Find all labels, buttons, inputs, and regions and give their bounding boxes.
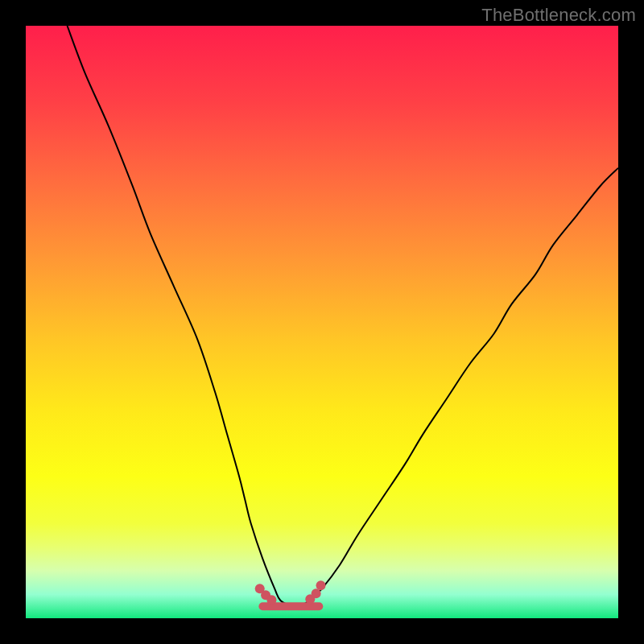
chart-frame: TheBottleneck.com bbox=[0, 0, 644, 644]
main-curve bbox=[68, 26, 618, 607]
flat-segment-dots bbox=[255, 580, 326, 605]
watermark-text: TheBottleneck.com bbox=[481, 5, 636, 26]
curve-overlay bbox=[26, 26, 618, 618]
flat-dot bbox=[316, 580, 326, 590]
flat-dot bbox=[312, 588, 321, 598]
plot-area bbox=[26, 26, 618, 618]
flat-dot bbox=[266, 595, 276, 605]
